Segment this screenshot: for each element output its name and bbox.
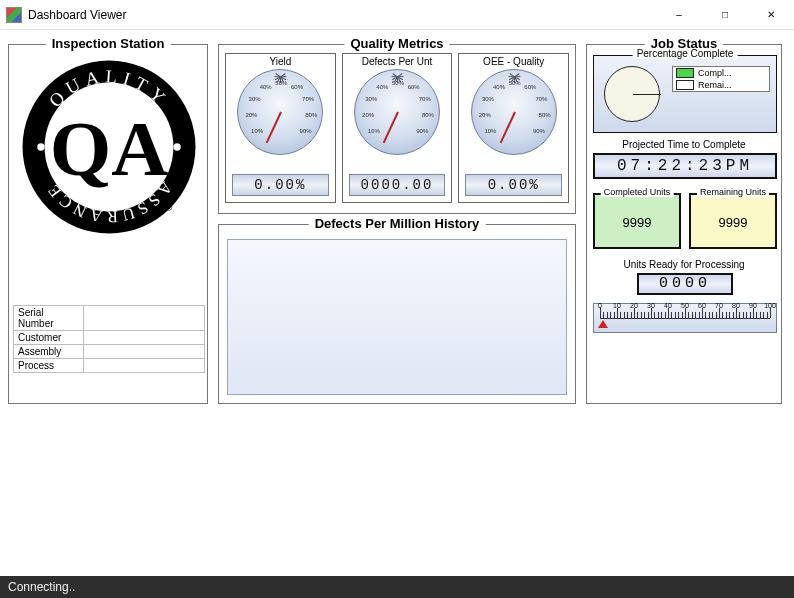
quality-metrics-panel: Quality Metrics Yield 10%20%30%40%50%60%… — [218, 44, 576, 214]
close-button[interactable]: ✕ — [748, 0, 794, 30]
maximize-button[interactable]: □ — [702, 0, 748, 30]
minimize-button[interactable]: – — [656, 0, 702, 30]
svg-text:®: ® — [164, 201, 172, 213]
row-process: Process — [14, 359, 205, 373]
gauge-dpu-title: Defects Per Unt — [343, 54, 452, 67]
swatch-remaining-icon — [676, 80, 694, 90]
projected-time-label: Projected Time to Complete — [587, 139, 781, 150]
defects-history-panel: Defects Per Million History — [218, 224, 576, 404]
window-title: Dashboard Viewer — [28, 8, 127, 22]
logo-initials: QA — [50, 104, 169, 192]
units-ready-ruler: 0102030405060708090100 — [593, 303, 777, 333]
gauge-dpu-face: 10%20%30%40%50%60%70%80%90% — [354, 69, 440, 155]
ruler-scale: 0102030405060708090100 — [600, 308, 770, 318]
legend-remaining: Remai... — [673, 79, 769, 91]
inspection-caption: Inspection Station — [46, 36, 171, 51]
status-text: Connecting.. — [8, 580, 75, 594]
client-area: Inspection Station QUALITY ASSURANCE QA … — [0, 30, 794, 568]
row-serial: Serial Number — [14, 306, 205, 331]
completed-units-value: 9999 — [623, 215, 652, 230]
percentage-pie — [604, 66, 660, 122]
gauge-dpu: Defects Per Unt 10%20%30%40%50%60%70%80%… — [342, 53, 453, 203]
assembly-value — [84, 345, 205, 359]
inspection-info-table: Serial Number Customer Assembly Process — [13, 305, 205, 373]
gauge-dpu-readout: 0000.00 — [349, 174, 446, 196]
defects-history-chart — [227, 239, 567, 395]
qa-logo: QUALITY ASSURANCE QA ® — [17, 55, 201, 239]
percentage-complete-box: Percentage Complete Compl... Remai... — [593, 55, 777, 133]
serial-label: Serial Number — [14, 306, 84, 331]
projected-time-value: 07:22:23PM — [593, 153, 777, 179]
app-icon — [6, 7, 22, 23]
svg-point-5 — [173, 143, 180, 150]
gauge-oee: OEE - Quality 10%20%30%40%50%60%70%80%90… — [458, 53, 569, 203]
legend-complete-label: Compl... — [698, 68, 732, 78]
gauge-oee-face: 10%20%30%40%50%60%70%80%90% — [471, 69, 557, 155]
gauge-yield-title: Yield — [226, 54, 335, 67]
history-caption: Defects Per Million History — [309, 216, 486, 231]
remaining-units-box: Remaining Units 9999 — [689, 193, 777, 249]
titlebar: Dashboard Viewer – □ ✕ — [0, 0, 794, 30]
gauge-oee-title: OEE - Quality — [459, 54, 568, 67]
completed-units-label: Completed Units — [601, 187, 674, 197]
percentage-title: Percentage Complete — [633, 48, 738, 59]
legend-complete: Compl... — [673, 67, 769, 79]
customer-label: Customer — [14, 331, 84, 345]
gauge-yield-face: 10%20%30%40%50%60%70%80%90% — [237, 69, 323, 155]
serial-value — [84, 306, 205, 331]
units-ready-value: 0000 — [637, 273, 733, 295]
row-assembly: Assembly — [14, 345, 205, 359]
completed-units-box: Completed Units 9999 — [593, 193, 681, 249]
process-value — [84, 359, 205, 373]
gauge-oee-readout: 0.00% — [465, 174, 562, 196]
job-status-panel: Job Status Percentage Complete Compl... … — [586, 44, 782, 404]
assembly-label: Assembly — [14, 345, 84, 359]
swatch-complete-icon — [676, 68, 694, 78]
inspection-station-panel: Inspection Station QUALITY ASSURANCE QA … — [8, 44, 208, 404]
gauge-yield-readout: 0.00% — [232, 174, 329, 196]
customer-value — [84, 331, 205, 345]
percentage-legend: Compl... Remai... — [672, 66, 770, 92]
legend-remaining-label: Remai... — [698, 80, 732, 90]
row-customer: Customer — [14, 331, 205, 345]
gauge-yield: Yield 10%20%30%40%50%60%70%80%90% 0.00% — [225, 53, 336, 203]
remaining-units-value: 9999 — [719, 215, 748, 230]
metrics-caption: Quality Metrics — [344, 36, 449, 51]
units-ready-label: Units Ready for Processing — [587, 259, 781, 270]
svg-point-4 — [37, 143, 44, 150]
remaining-units-label: Remaining Units — [697, 187, 769, 197]
ruler-marker-icon — [598, 320, 608, 328]
process-label: Process — [14, 359, 84, 373]
statusbar: Connecting.. — [0, 576, 794, 598]
